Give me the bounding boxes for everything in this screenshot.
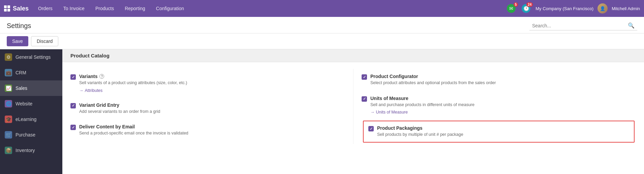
sidebar-item-inventory[interactable]: 📦 Inventory xyxy=(0,143,62,158)
user-name[interactable]: Mitchell Admin xyxy=(612,6,640,11)
setting-units-measure: ✓ Units of Measure Sell and purchase pro… xyxy=(362,91,636,120)
check-icon: ✓ xyxy=(370,127,373,131)
page-header: Settings 🔍 xyxy=(0,17,644,33)
configurator-content: Product Configurator Select product attr… xyxy=(370,74,631,86)
sidebar-item-elearning[interactable]: 🎓 eLearning xyxy=(0,111,62,127)
sidebar: ⚙ General Settings 💼 CRM 📈 Sales 🌐 Websi… xyxy=(0,49,62,174)
elearning-icon: 🎓 xyxy=(5,116,12,123)
product-packagings-title: Product Packagings xyxy=(377,125,629,131)
variants-title: Variants ? xyxy=(79,74,348,79)
check-icon: ✓ xyxy=(72,125,75,130)
menu-reporting[interactable]: Reporting xyxy=(119,0,151,17)
activity-button[interactable]: 🕐 24 xyxy=(521,3,531,14)
search-bar[interactable]: 🔍 xyxy=(529,21,637,30)
sidebar-label-crm: CRM xyxy=(16,70,26,75)
check-icon: ✓ xyxy=(72,75,75,79)
configurator-checkbox[interactable]: ✓ xyxy=(362,74,367,80)
setting-variant-grid: ✓ Variant Grid Entry Add several variant… xyxy=(70,98,353,120)
chart-icon: 📈 xyxy=(5,84,12,92)
sidebar-label-sales: Sales xyxy=(16,85,27,91)
crm-icon: 💼 xyxy=(5,69,12,76)
menu-orders[interactable]: Orders xyxy=(33,0,58,17)
top-nav-right: ✉ 5 🕐 24 My Company (San Francisco) 👤 Mi… xyxy=(506,3,640,14)
page-title: Settings xyxy=(7,22,31,30)
search-input[interactable] xyxy=(532,23,625,28)
website-icon: 🌐 xyxy=(5,100,12,107)
section-title: Product Catalog xyxy=(70,53,110,58)
deliver-email-desc: Send a product-specific email once the i… xyxy=(79,130,348,136)
section-product-catalog: Product Catalog xyxy=(62,49,644,62)
sidebar-label-inventory: Inventory xyxy=(16,148,35,153)
app-title: Sales xyxy=(13,5,29,12)
check-icon: ✓ xyxy=(72,103,75,108)
units-measure-checkbox[interactable]: ✓ xyxy=(362,96,367,102)
product-packagings-checkbox[interactable]: ✓ xyxy=(368,126,374,131)
check-icon: ✓ xyxy=(363,75,366,79)
check-icon: ✓ xyxy=(363,97,366,101)
product-packagings-desc: Sell products by multiple of unit # per … xyxy=(377,132,629,138)
sidebar-item-sales[interactable]: 📈 Sales xyxy=(0,80,62,96)
sidebar-item-crm[interactable]: 💼 CRM xyxy=(0,65,62,80)
variants-link[interactable]: → Attributes xyxy=(79,88,348,93)
grid-icon xyxy=(4,5,10,11)
variant-grid-desc: Add several variants to an order from a … xyxy=(79,109,348,115)
configurator-desc: Select product attributes and optional p… xyxy=(370,80,631,86)
avatar-image: 👤 xyxy=(597,3,608,14)
settings-content: Product Catalog ✓ Variants ? Sell varian… xyxy=(62,49,644,174)
variant-grid-checkbox[interactable]: ✓ xyxy=(70,103,76,108)
sidebar-label-elearning: eLearning xyxy=(16,117,36,122)
configurator-title: Product Configurator xyxy=(370,74,631,79)
company-name[interactable]: My Company (San Francisco) xyxy=(535,6,593,11)
sidebar-label-purchase: Purchase xyxy=(16,132,35,138)
units-measure-desc: Sell and purchase products in different … xyxy=(370,102,631,108)
sidebar-item-website[interactable]: 🌐 Website xyxy=(0,96,62,111)
units-measure-content: Units of Measure Sell and purchase produ… xyxy=(370,96,631,115)
product-packagings-content: Product Packagings Sell products by mult… xyxy=(377,125,629,138)
menu-products[interactable]: Products xyxy=(90,0,119,17)
purchase-icon: 🛒 xyxy=(5,131,12,139)
main-layout: ⚙ General Settings 💼 CRM 📈 Sales 🌐 Websi… xyxy=(0,49,644,174)
variants-help-icon[interactable]: ? xyxy=(99,74,104,79)
gear-icon: ⚙ xyxy=(5,53,12,61)
sidebar-item-purchase[interactable]: 🛒 Purchase xyxy=(0,127,62,143)
action-bar: Save Discard xyxy=(0,33,644,49)
save-button[interactable]: Save xyxy=(7,36,28,46)
units-measure-link[interactable]: → Units of Measure xyxy=(370,110,631,115)
app-logo[interactable]: Sales xyxy=(4,5,29,12)
units-measure-title: Units of Measure xyxy=(370,96,631,101)
setting-deliver-email: ✓ Deliver Content by Email Send a produc… xyxy=(70,119,353,141)
discard-button[interactable]: Discard xyxy=(31,36,58,46)
messages-button[interactable]: ✉ 5 xyxy=(506,3,517,14)
message-badge: 5 xyxy=(514,2,518,7)
inventory-icon: 📦 xyxy=(5,147,12,154)
menu-to-invoice[interactable]: To Invoice xyxy=(58,0,90,17)
variants-content: Variants ? Sell variants of a product us… xyxy=(79,74,348,93)
sidebar-label-website: Website xyxy=(16,101,32,106)
activity-badge: 24 xyxy=(526,2,533,7)
setting-variants: ✓ Variants ? Sell variants of a product … xyxy=(70,69,353,98)
variant-grid-content: Variant Grid Entry Add several variants … xyxy=(79,102,348,115)
deliver-email-content: Deliver Content by Email Send a product-… xyxy=(79,124,348,136)
right-column: ✓ Product Configurator Select product at… xyxy=(353,69,636,144)
left-column: ✓ Variants ? Sell variants of a product … xyxy=(70,69,353,144)
search-icon[interactable]: 🔍 xyxy=(628,22,635,29)
variants-desc: Sell variants of a product using attribu… xyxy=(79,80,348,86)
top-menu: Orders To Invoice Products Reporting Con… xyxy=(33,0,504,17)
user-avatar[interactable]: 👤 xyxy=(597,3,608,14)
variant-grid-title: Variant Grid Entry xyxy=(79,102,348,108)
menu-configuration[interactable]: Configuration xyxy=(151,0,189,17)
deliver-email-checkbox[interactable]: ✓ xyxy=(70,125,76,130)
sidebar-item-general[interactable]: ⚙ General Settings xyxy=(0,49,62,65)
setting-configurator: ✓ Product Configurator Select product at… xyxy=(362,69,636,91)
variants-checkbox[interactable]: ✓ xyxy=(70,74,76,80)
top-navigation: Sales Orders To Invoice Products Reporti… xyxy=(0,0,644,17)
deliver-email-title: Deliver Content by Email xyxy=(79,124,348,129)
sidebar-label-general: General Settings xyxy=(16,54,51,60)
settings-grid: ✓ Variants ? Sell variants of a product … xyxy=(62,62,644,151)
setting-product-packagings: ✓ Product Packagings Sell products by mu… xyxy=(363,121,635,143)
